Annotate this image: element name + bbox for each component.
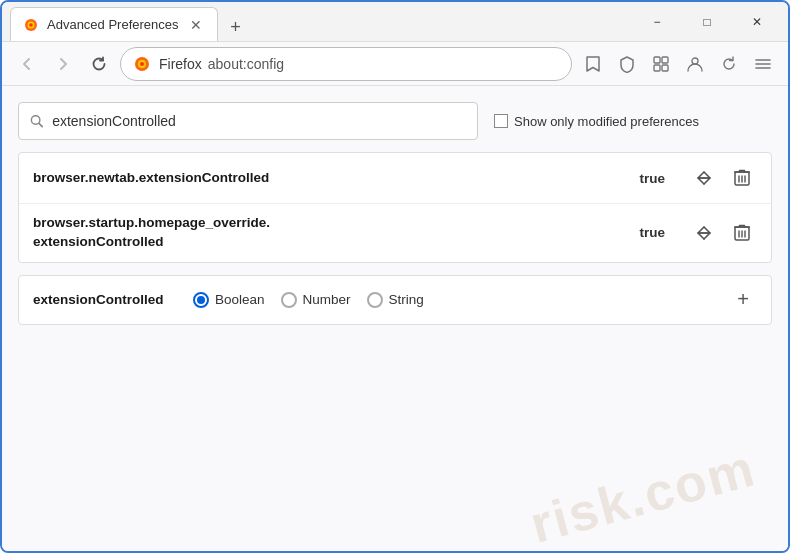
pref-name-2-line1: browser.startup.homepage_override. [33,215,270,230]
svg-rect-6 [654,57,660,63]
maximize-button[interactable]: □ [684,7,730,37]
tab-close-button[interactable]: ✕ [187,16,205,34]
site-icon [133,55,151,73]
table-row: browser.newtab.extensionControlled true [19,153,771,204]
svg-rect-8 [654,65,660,71]
radio-string-label: String [389,292,424,307]
window-controls: − □ ✕ [634,7,780,37]
site-name: Firefox [159,56,202,72]
row-actions-1 [689,163,757,193]
radio-string[interactable]: String [367,292,424,308]
reset-button-2[interactable] [689,218,719,248]
svg-rect-7 [662,57,668,63]
active-tab[interactable]: Advanced Preferences ✕ [10,7,218,41]
new-pref-name: extensionControlled [33,292,173,307]
back-button[interactable] [12,49,42,79]
bookmark-icon[interactable] [578,49,608,79]
search-icon [29,113,44,129]
search-input[interactable] [52,113,467,129]
delete-button-1[interactable] [727,163,757,193]
table-row: browser.startup.homepage_override. exten… [19,204,771,262]
sync-icon[interactable] [714,49,744,79]
radio-number-circle[interactable] [281,292,297,308]
pref-value-2: true [639,225,665,240]
pref-value-1: true [639,171,665,186]
new-pref-row: extensionControlled Boolean Number Strin… [18,275,772,325]
svg-point-10 [692,58,698,64]
address-bar[interactable]: Firefox about:config [120,47,572,81]
svg-point-2 [29,23,33,27]
show-modified-label[interactable]: Show only modified preferences [494,114,699,129]
radio-boolean[interactable]: Boolean [193,292,265,308]
search-row: Show only modified preferences [18,102,772,140]
delete-button-2[interactable] [727,218,757,248]
title-bar: Advanced Preferences ✕ + − □ ✕ [2,2,788,42]
pref-name-1: browser.newtab.extensionControlled [33,169,639,188]
add-button[interactable]: + [729,286,757,314]
nav-bar: Firefox about:config [2,42,788,86]
radio-number[interactable]: Number [281,292,351,308]
radio-string-circle[interactable] [367,292,383,308]
show-modified-text: Show only modified preferences [514,114,699,129]
pref-name-2: browser.startup.homepage_override. exten… [33,214,639,252]
new-tab-button[interactable]: + [222,13,250,41]
svg-point-5 [140,62,144,66]
svg-rect-9 [662,65,668,71]
row-actions-2 [689,218,757,248]
radio-boolean-circle[interactable] [193,292,209,308]
show-modified-checkbox[interactable] [494,114,508,128]
tab-title: Advanced Preferences [47,17,179,32]
content-area: risk.com Show only modified preferences … [2,86,788,553]
radio-boolean-label: Boolean [215,292,265,307]
account-icon[interactable] [680,49,710,79]
svg-line-15 [39,123,42,126]
tab-favicon [23,17,39,33]
pref-name-2-line2: extensionControlled [33,234,164,249]
extension-icon[interactable] [646,49,676,79]
reset-button-1[interactable] [689,163,719,193]
nav-icons [578,49,778,79]
results-table: browser.newtab.extensionControlled true [18,152,772,263]
watermark: risk.com [525,439,762,553]
tab-area: Advanced Preferences ✕ + [10,2,634,41]
address-text: Firefox about:config [159,56,284,72]
radio-number-label: Number [303,292,351,307]
reload-button[interactable] [84,49,114,79]
forward-button[interactable] [48,49,78,79]
menu-icon[interactable] [748,49,778,79]
radio-group: Boolean Number String [193,292,709,308]
close-button[interactable]: ✕ [734,7,780,37]
search-box[interactable] [18,102,478,140]
shield-icon[interactable] [612,49,642,79]
address-path: about:config [208,56,284,72]
minimize-button[interactable]: − [634,7,680,37]
